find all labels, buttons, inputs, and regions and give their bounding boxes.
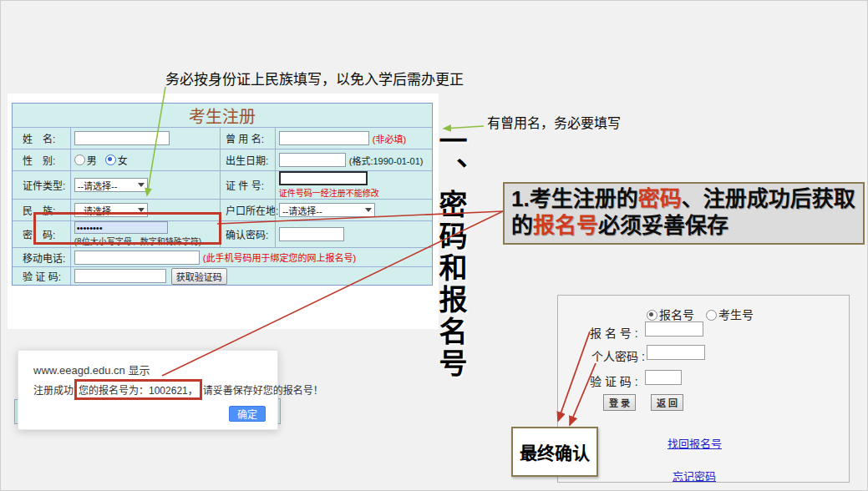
alert-dialog-message: 注册成功您的报名号为：1002621，请妥善保存好您的报名号！	[33, 379, 323, 400]
final-confirm-box: 最终确认	[511, 427, 598, 477]
id-type-label: 证件类型:	[13, 171, 70, 199]
captcha-row: 验 证 码: 获取验证码	[13, 266, 432, 285]
login-button[interactable]: 登 录	[603, 394, 636, 411]
id-type-select[interactable]: --请选择--	[74, 178, 148, 192]
forgot-password-link[interactable]: 忘记密码	[673, 468, 716, 483]
hukou-label: 户口所在地:	[220, 200, 275, 220]
form-title: 考生注册	[13, 104, 432, 127]
female-radio[interactable]	[105, 154, 116, 165]
mobile-label: 移动电话:	[13, 248, 70, 266]
login-password-label: 个人密码 :	[591, 347, 645, 364]
id-no-input[interactable]	[279, 171, 368, 185]
male-radio-label: 男	[87, 153, 97, 167]
ok-button[interactable]: 确定	[229, 406, 266, 422]
alert-message-suffix: 请妥善保存好您的报名号！	[203, 385, 323, 397]
hukou-select-value: --请选择--	[282, 204, 322, 217]
confirm-password-label: 确认密码:	[220, 221, 275, 247]
name-input[interactable]	[74, 131, 170, 145]
captcha-label: 验 证 码:	[13, 267, 70, 285]
login-panel: 报名号 考生号 报 名 号 : 个人密码 : 验 证 码 : 登 录 返 回 找…	[557, 295, 850, 483]
callout-text: 必须妥善保存	[598, 213, 728, 238]
alert-message-prefix: 注册成功	[33, 385, 74, 397]
chevron-down-icon	[138, 183, 145, 187]
login-type-radios: 报名号 考生号	[647, 306, 762, 322]
id-type-select-value: --请选择--	[78, 179, 118, 192]
dob-input[interactable]	[279, 153, 346, 167]
female-radio-label: 女	[118, 153, 128, 167]
callout-box: 1.考生注册的密码、注册成功后获取的报名号必须妥善保存	[503, 182, 865, 245]
former-name-annotation: 有曾用名，务必要填写	[487, 112, 621, 132]
confirm-password-input[interactable]	[279, 227, 344, 241]
alert-dialog: www.eeagd.edu.cn 显示 注册成功您的报名号为：1002621，请…	[18, 350, 278, 430]
regno-radio-label: 报名号	[659, 308, 694, 321]
registration-form: 考生注册 姓 名: 曾 用 名: (非必填) 性 别: 男 女 出生日期: (格…	[12, 103, 433, 286]
mobile-row: 移动电话: (此手机号码用于绑定您的网上报名号)	[13, 247, 432, 266]
dob-format-note: (格式:1990-01-01)	[349, 154, 424, 167]
callout-text-password: 密码	[638, 186, 682, 211]
captcha-input[interactable]	[74, 269, 166, 283]
hukou-select[interactable]: --请选择--	[279, 203, 375, 217]
gender-row: 性 别: 男 女 出生日期: (格式:1990-01-01)	[13, 149, 432, 170]
gender-label: 性 别:	[13, 149, 70, 170]
find-regno-link[interactable]: 找回报名号	[667, 435, 722, 451]
id-row: 证件类型: --请选择-- 证 件 号: 证件号码一经注册不能修改	[13, 170, 432, 199]
name-label: 姓 名:	[13, 128, 70, 149]
login-regno-input[interactable]	[645, 321, 703, 337]
password-highlight-rect	[33, 212, 221, 245]
regno-radio[interactable]	[647, 310, 657, 321]
name-row: 姓 名: 曾 用 名: (非必填)	[13, 127, 432, 149]
id-no-note: 证件号码一经注册不能修改	[279, 186, 379, 199]
mobile-input[interactable]	[74, 251, 200, 265]
login-captcha-label: 验 证 码 :	[590, 372, 638, 389]
male-radio[interactable]	[74, 154, 85, 165]
ethnicity-annotation: 务必按身份证上民族填写，以免入学后需办更正	[165, 68, 464, 89]
login-regno-label: 报 名 号 :	[590, 324, 638, 341]
former-name-note: (非必填)	[373, 132, 406, 145]
vertical-section-title: 一、密码和报名号	[437, 126, 465, 380]
back-button[interactable]: 返 回	[651, 394, 683, 411]
former-name-input[interactable]	[279, 131, 369, 145]
alert-message-regno: 您的报名号为：1002621，	[79, 385, 198, 397]
callout-text: 1.考生注册的	[511, 186, 638, 211]
get-captcha-button[interactable]: 获取验证码	[171, 268, 227, 285]
chevron-down-icon	[365, 208, 372, 212]
mobile-note: (此手机号码用于绑定您的网上报名号)	[203, 251, 356, 264]
id-no-label: 证 件 号:	[220, 171, 275, 199]
dob-label: 出生日期:	[220, 149, 275, 170]
examno-radio[interactable]	[706, 310, 717, 321]
login-password-input[interactable]	[647, 345, 705, 360]
registration-panel: 考生注册 姓 名: 曾 用 名: (非必填) 性 别: 男 女 出生日期: (格…	[8, 94, 439, 329]
regno-highlight-rect: 您的报名号为：1002621，	[74, 379, 202, 400]
alert-dialog-title: www.eeagd.edu.cn 显示	[33, 362, 150, 377]
former-name-label: 曾 用 名:	[220, 128, 275, 149]
login-captcha-input[interactable]	[645, 370, 682, 385]
examno-radio-label: 考生号	[718, 308, 754, 321]
tutorial-slide: 务必按身份证上民族填写，以免入学后需办更正 有曾用名，务必要填写 考生注册 姓 …	[0, 0, 868, 491]
callout-text-regno: 报名号	[533, 213, 598, 238]
